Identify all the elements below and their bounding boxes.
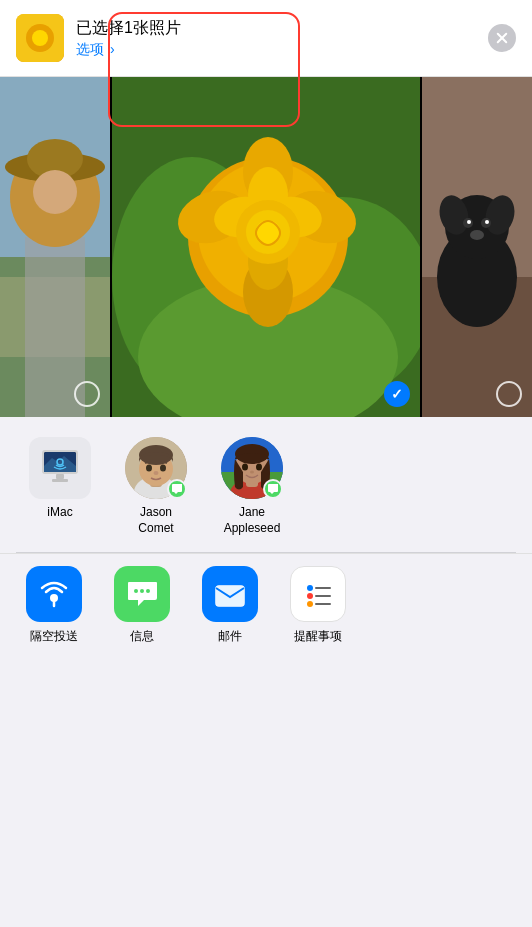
- imac-label: iMac: [47, 505, 72, 521]
- svg-point-65: [140, 589, 144, 593]
- imac-icon: [29, 437, 91, 499]
- svg-point-50: [146, 465, 152, 472]
- photo-item-left[interactable]: [0, 77, 110, 417]
- app-item-mail[interactable]: 邮件: [196, 566, 264, 645]
- close-button[interactable]: [488, 24, 516, 52]
- photo-item-right[interactable]: [422, 77, 532, 417]
- svg-point-10: [33, 170, 77, 214]
- jane-label: Jane Appleseed: [224, 505, 281, 536]
- app-row: 隔空投送 信息: [0, 553, 532, 665]
- svg-rect-42: [56, 474, 64, 479]
- header-text: 已选择1张照片 选项 ›: [76, 18, 181, 59]
- messages-label: 信息: [130, 628, 154, 645]
- jason-avatar-wrap: [125, 437, 187, 499]
- reminders-icon: [290, 566, 346, 622]
- app-item-airdrop[interactable]: 隔空投送: [20, 566, 88, 645]
- svg-point-36: [467, 220, 471, 224]
- imac-avatar-wrap: [29, 437, 91, 499]
- share-item-jason[interactable]: Jason Comet: [116, 437, 196, 536]
- photo-strip: [0, 77, 532, 417]
- chevron-icon: ›: [110, 41, 115, 57]
- jason-label: Jason Comet: [138, 505, 173, 536]
- reminders-label: 提醒事项: [294, 628, 342, 645]
- jane-avatar-wrap: [221, 437, 283, 499]
- svg-point-59: [242, 464, 248, 471]
- svg-point-75: [307, 601, 313, 607]
- app-scroll: 隔空投送 信息: [0, 566, 532, 645]
- header-subtitle[interactable]: 选项 ›: [76, 41, 181, 59]
- svg-point-52: [154, 471, 159, 475]
- photo-check-left[interactable]: [74, 381, 100, 407]
- svg-point-71: [307, 585, 313, 591]
- svg-point-2: [32, 30, 48, 46]
- svg-point-64: [134, 589, 138, 593]
- share-item-jane[interactable]: Jane Appleseed: [212, 437, 292, 536]
- svg-point-61: [250, 471, 254, 474]
- mail-label: 邮件: [218, 628, 242, 645]
- airdrop-icon: [26, 566, 82, 622]
- svg-point-51: [160, 465, 166, 472]
- svg-rect-43: [52, 479, 68, 482]
- svg-point-73: [307, 593, 313, 599]
- photo-item-center[interactable]: [112, 77, 420, 417]
- svg-point-66: [146, 589, 150, 593]
- svg-point-37: [485, 220, 489, 224]
- photo-check-right[interactable]: [496, 381, 522, 407]
- share-item-imac[interactable]: iMac: [20, 437, 100, 536]
- svg-point-60: [256, 464, 262, 471]
- jane-message-badge: [263, 479, 283, 499]
- photo-check-center[interactable]: [384, 381, 410, 407]
- selected-photo-thumb: [16, 14, 64, 62]
- messages-icon: [114, 566, 170, 622]
- svg-point-38: [470, 230, 484, 240]
- jason-message-badge: [167, 479, 187, 499]
- share-header: 已选择1张照片 选项 ›: [0, 0, 532, 77]
- airdrop-label: 隔空投送: [30, 628, 78, 645]
- app-item-messages[interactable]: 信息: [108, 566, 176, 645]
- share-scroll: iMac: [0, 437, 532, 536]
- share-contacts-section: iMac: [0, 417, 532, 552]
- mail-icon: [202, 566, 258, 622]
- app-item-reminders[interactable]: 提醒事项: [284, 566, 352, 645]
- header-title: 已选择1张照片: [76, 18, 181, 39]
